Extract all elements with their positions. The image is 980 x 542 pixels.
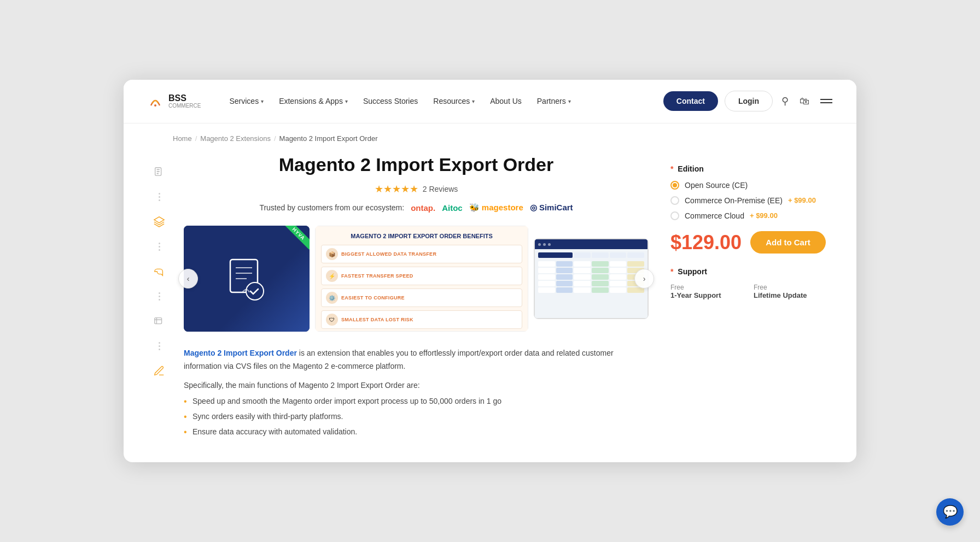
support-label-2: Free <box>754 284 835 291</box>
chevron-down-icon: ▾ <box>472 98 475 104</box>
product-bullets: Speed up and smooth the Magento order im… <box>184 395 649 438</box>
benefit-row-2: ⚡ FASTEST TRANSFER SPEED <box>321 267 522 285</box>
support-grid: Free 1-Year Support Free Lifetime Update <box>670 284 835 299</box>
benefit-row-4: 🛡 SMALLEST DATA LOST RISK <box>321 310 522 329</box>
main-content: Magento 2 Import Export Order ★★★★★ 2 Re… <box>124 154 856 463</box>
support-value-2: Lifetime Update <box>754 291 835 299</box>
login-button[interactable]: Login <box>725 91 773 111</box>
logo-brand: BSS <box>168 93 201 103</box>
sidebar-layers-icon[interactable] <box>151 214 167 229</box>
add-to-cart-button[interactable]: Add to Cart <box>750 231 826 254</box>
benefit-text-3: EASIEST TO CONFIGURE <box>341 295 405 301</box>
benefit-icon-1: 📦 <box>326 248 338 260</box>
search-icon[interactable]: ⚲ <box>779 93 791 109</box>
svg-rect-3 <box>156 169 160 170</box>
price-row: $129.00 Add to Cart <box>670 231 835 254</box>
nav-actions: Contact Login ⚲ 🛍 <box>663 91 835 111</box>
gallery-image-main[interactable]: HYVA <box>184 226 310 332</box>
trusted-row: Trusted by customers from our ecosystem:… <box>184 203 649 213</box>
product-title: Magento 2 Import Export Order <box>184 154 649 176</box>
trusted-label: Trusted by customers from our ecosystem: <box>259 203 404 212</box>
edition-label: * Edition <box>670 164 835 173</box>
sidebar-icons <box>145 154 173 441</box>
nav-partners[interactable]: Partners ▾ <box>530 92 578 110</box>
support-label: * Support <box>670 267 835 276</box>
support-item-1: Free 1-Year Support <box>670 284 751 299</box>
svg-rect-4 <box>156 171 160 172</box>
gallery-image-screenshot[interactable] <box>534 238 649 319</box>
nav-services[interactable]: Services ▾ <box>223 92 270 110</box>
cart-icon[interactable]: 🛍 <box>797 93 812 109</box>
benefits-title: MAGENTO 2 IMPORT EXPORT ORDER BENEFITS <box>351 233 493 239</box>
review-count: 2 Reviews <box>423 185 458 193</box>
support-label-1: Free <box>670 284 751 291</box>
edition-cloud-name: Commerce Cloud <box>685 211 744 220</box>
logo[interactable]: BSS COMMERCE <box>145 91 201 111</box>
benefit-row-3: ⚙️ EASIEST TO CONFIGURE <box>321 288 522 307</box>
product-subtitle: Specifically, the main functions of Mage… <box>184 381 649 390</box>
gallery-next-button[interactable]: › <box>634 269 654 288</box>
product-area: Magento 2 Import Export Order ★★★★★ 2 Re… <box>173 154 660 441</box>
trust-aitoc: Aitoc <box>442 203 463 213</box>
trust-ontap: ontap. <box>411 203 435 213</box>
edition-open-source-name: Open Source (CE) <box>685 181 748 190</box>
sidebar-question-icon[interactable] <box>151 314 167 329</box>
support-required-star: * <box>670 267 673 276</box>
rating-row: ★★★★★ 2 Reviews <box>184 183 649 195</box>
sidebar-dots-4 <box>159 340 160 352</box>
sidebar-chat-icon[interactable] <box>151 264 167 279</box>
edition-cloud[interactable]: Commerce Cloud + $99.00 <box>670 211 835 220</box>
sidebar-dots-2 <box>159 240 160 253</box>
chat-button[interactable]: 💬 <box>936 498 964 526</box>
required-star: * <box>670 164 673 173</box>
edition-open-source[interactable]: Open Source (CE) <box>670 181 835 190</box>
bullet-1: Speed up and smooth the Magento order im… <box>184 395 649 408</box>
menu-icon[interactable] <box>818 97 835 105</box>
breadcrumb-home[interactable]: Home <box>173 134 192 143</box>
nav-about[interactable]: About Us <box>483 92 528 110</box>
trust-magestore: 🐝 magestore <box>469 203 523 213</box>
nav-resources[interactable]: Resources ▾ <box>427 92 481 110</box>
benefit-row-1: 📦 BIGGEST ALLOWED DATA TRANSFER <box>321 245 522 263</box>
benefit-text-2: FASTEST TRANSFER SPEED <box>341 273 413 279</box>
main-price: $129.00 <box>670 231 742 254</box>
nav-success-stories[interactable]: Success Stories <box>357 92 424 110</box>
gallery-prev-button[interactable]: ‹ <box>178 269 198 288</box>
right-panel: * Edition Open Source (CE) Commerce On-P… <box>660 154 835 441</box>
radio-enterprise[interactable] <box>670 196 679 205</box>
sidebar-edit-icon[interactable] <box>151 363 167 379</box>
breadcrumb-category[interactable]: Magento 2 Extensions <box>200 134 271 143</box>
benefit-icon-2: ⚡ <box>326 270 338 282</box>
hyva-badge: HYVA <box>283 226 310 250</box>
edition-enterprise-price: + $99.00 <box>788 196 816 204</box>
edition-cloud-price: + $99.00 <box>750 211 778 220</box>
svg-rect-6 <box>155 317 162 323</box>
star-rating: ★★★★★ <box>375 183 418 195</box>
support-value-1: 1-Year Support <box>670 291 751 299</box>
product-link[interactable]: Magento 2 Import Export Order <box>184 349 297 357</box>
benefit-icon-4: 🛡 <box>326 314 338 326</box>
navbar: BSS COMMERCE Services ▾ Extensions & App… <box>124 80 856 123</box>
product-gallery: ‹ HYVA <box>184 226 649 332</box>
breadcrumb: Home / Magento 2 Extensions / Magento 2 … <box>124 123 856 154</box>
chevron-down-icon: ▾ <box>261 98 264 104</box>
breadcrumb-current: Magento 2 Import Export Order <box>279 134 378 143</box>
contact-button[interactable]: Contact <box>663 91 718 111</box>
edition-section: * Edition Open Source (CE) Commerce On-P… <box>670 164 835 220</box>
chevron-down-icon: ▾ <box>345 98 348 104</box>
sidebar-document-icon[interactable] <box>151 164 167 180</box>
bullet-2: Sync orders easily with third-party plat… <box>184 410 649 423</box>
benefit-text-1: BIGGEST ALLOWED DATA TRANSFER <box>341 251 436 257</box>
radio-open-source[interactable] <box>670 181 679 190</box>
product-description: Magento 2 Import Export Order is an exte… <box>184 347 649 373</box>
svg-rect-5 <box>156 173 159 174</box>
edition-enterprise[interactable]: Commerce On-Premise (EE) + $99.00 <box>670 196 835 205</box>
chat-icon: 💬 <box>943 505 958 519</box>
nav-items: Services ▾ Extensions & Apps ▾ Success S… <box>223 92 663 110</box>
benefit-icon-3: ⚙️ <box>326 292 338 304</box>
radio-cloud[interactable] <box>670 211 679 220</box>
gallery-images: HYVA <box>184 226 649 332</box>
gallery-image-benefits[interactable]: MAGENTO 2 IMPORT EXPORT ORDER BENEFITS 📦… <box>315 226 528 332</box>
nav-extensions[interactable]: Extensions & Apps ▾ <box>272 92 354 110</box>
sidebar-dots-3 <box>159 290 160 303</box>
